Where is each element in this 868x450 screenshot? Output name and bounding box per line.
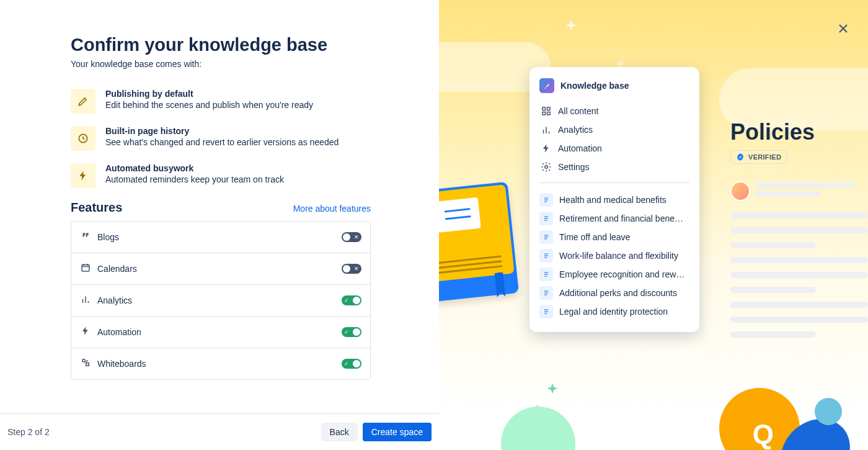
skeleton-title: Policies [730, 119, 868, 145]
svg-point-8 [545, 166, 548, 169]
pencil-icon [71, 89, 95, 114]
page-item[interactable]: Employee recognition and rew… [539, 265, 689, 284]
bullet-title: Built-in page history [105, 126, 339, 136]
nav-label: Analytics [558, 125, 593, 135]
svg-rect-3 [86, 363, 89, 366]
toggle-blogs[interactable]: ✕ [342, 232, 361, 242]
book-illustration [439, 182, 519, 303]
page-item[interactable]: Additional perks and discounts [539, 284, 689, 302]
more-about-features-link[interactable]: More about features [293, 204, 371, 214]
page-icon [539, 305, 553, 318]
page-item[interactable]: Retirement and financial bene… [539, 209, 689, 228]
page-icon [539, 230, 553, 244]
avatar [730, 181, 750, 201]
nav-automation[interactable]: Automation [539, 139, 689, 158]
verified-badge: VERIFIED [730, 150, 787, 164]
toggle-calendars[interactable]: ✕ [342, 264, 361, 274]
svg-rect-5 [547, 107, 551, 110]
decoration-circle [501, 407, 575, 450]
right-illustration-panel: Knowledge base All content Analytics Aut… [439, 0, 868, 450]
bolt-icon [71, 163, 95, 188]
feature-label: Calendars [97, 264, 137, 274]
page-item[interactable]: Time off and leave [539, 228, 689, 246]
page-icon [539, 212, 553, 225]
page-label: Time off and leave [559, 232, 630, 242]
nav-label: All content [558, 106, 598, 116]
svg-rect-6 [542, 112, 546, 115]
clock-icon [71, 126, 95, 151]
nav-label: Settings [558, 162, 590, 172]
nav-all-content[interactable]: All content [539, 102, 689, 120]
footer-bar: Step 2 of 2 Back Create space [0, 413, 439, 450]
feature-list: Blogs ✕ Calendars ✕ Analytics ✓ [71, 221, 371, 380]
svg-rect-4 [542, 107, 546, 110]
feature-row-blogs: Blogs ✕ [71, 222, 370, 253]
shapes-icon [80, 357, 91, 371]
feature-row-analytics: Analytics ✓ [71, 285, 370, 317]
quote-icon [80, 230, 91, 244]
feature-label: Automation [97, 327, 141, 337]
bullet-desc: Edit behind the scenes and publish when … [105, 100, 313, 110]
bullet-title: Automated busywork [105, 163, 284, 173]
page-icon [539, 286, 553, 300]
question-mark-icon: Q [753, 419, 774, 450]
nav-analytics[interactable]: Analytics [539, 120, 689, 139]
bullet-item: Automated busywork Automated reminders k… [71, 163, 371, 188]
kb-title: Knowledge base [560, 81, 629, 91]
page-item[interactable]: Legal and identity protection [539, 302, 689, 321]
toggle-analytics[interactable]: ✓ [342, 295, 361, 305]
verified-label: VERIFIED [748, 153, 781, 161]
page-icon [539, 268, 553, 281]
bars-icon [80, 294, 91, 307]
feature-label: Blogs [97, 232, 119, 242]
page-subtitle: Your knowledge base comes with: [71, 59, 371, 69]
create-space-button[interactable]: Create space [363, 423, 432, 441]
svg-rect-1 [82, 265, 89, 272]
toggle-whiteboards[interactable]: ✓ [342, 359, 361, 369]
skeleton-preview: Policies VERIFIED [730, 119, 868, 346]
svg-rect-7 [547, 112, 551, 115]
page-icon [539, 193, 553, 207]
preview-card: Knowledge base All content Analytics Aut… [529, 67, 699, 332]
bullet-desc: Automated reminders keep your team on tr… [105, 174, 284, 184]
feature-row-automation: Automation ✓ [71, 317, 370, 348]
feature-row-calendars: Calendars ✕ [71, 253, 370, 285]
feature-label: Whiteboards [97, 359, 146, 369]
feature-label: Analytics [97, 295, 132, 305]
sparkle-icon [544, 382, 560, 400]
page-label: Employee recognition and rew… [559, 269, 684, 279]
feature-row-whiteboards: Whiteboards ✓ [71, 348, 370, 379]
page-label: Legal and identity protection [559, 307, 668, 317]
step-indicator: Step 2 of 2 [7, 427, 50, 437]
back-button[interactable]: Back [321, 423, 358, 441]
bullet-list: Publishing by default Edit behind the sc… [71, 89, 371, 188]
svg-point-2 [82, 359, 86, 362]
page-title: Confirm your knowledge base [71, 35, 371, 55]
bullet-item: Publishing by default Edit behind the sc… [71, 89, 371, 114]
features-title: Features [71, 200, 122, 215]
page-label: Retirement and financial bene… [559, 214, 683, 223]
toggle-automation[interactable]: ✓ [342, 327, 361, 337]
rocket-icon [539, 78, 554, 93]
left-panel: Confirm your knowledge base Your knowled… [0, 0, 439, 450]
page-item[interactable]: Work-life balance and flexibility [539, 246, 689, 265]
page-label: Health and medical benefits [559, 195, 666, 205]
bolt-icon [80, 325, 91, 339]
sparkle-icon [563, 19, 579, 37]
bullet-desc: See what's changed and revert to earlier… [105, 137, 339, 147]
nav-label: Automation [558, 143, 602, 153]
bullet-item: Built-in page history See what's changed… [71, 126, 371, 151]
bullet-title: Publishing by default [105, 89, 313, 99]
page-icon [539, 249, 553, 263]
calendar-icon [80, 262, 91, 276]
page-item[interactable]: Health and medical benefits [539, 191, 689, 209]
nav-settings[interactable]: Settings [539, 158, 689, 176]
page-label: Additional perks and discounts [559, 288, 677, 298]
close-button[interactable] [836, 21, 851, 38]
page-label: Work-life balance and flexibility [559, 251, 678, 261]
